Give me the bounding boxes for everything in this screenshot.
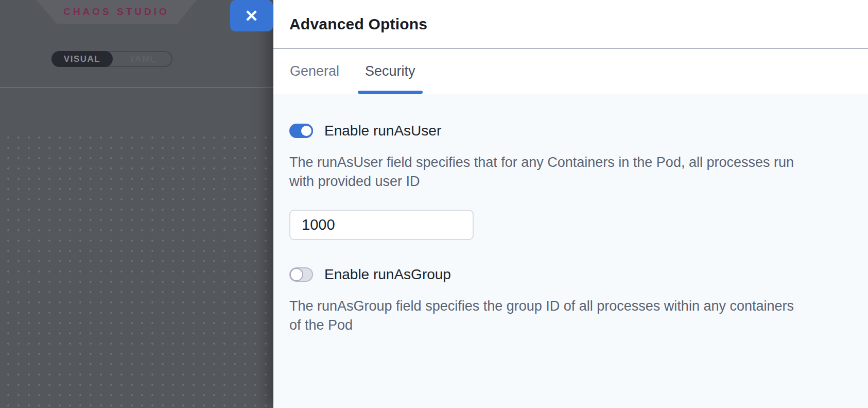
run-as-user-description: The runAsUser field specifies that for a… (289, 153, 807, 191)
run-as-user-input[interactable] (289, 210, 474, 240)
view-mode-toggle: YAML VISUAL (51, 51, 172, 67)
advanced-options-drawer: Advanced Options General Security Enable… (273, 0, 868, 408)
toggle-knob (300, 124, 313, 138)
run-as-group-description: The runAsGroup field specifies the group… (289, 297, 807, 335)
brand-banner: CHAOS STUDIO (36, 0, 197, 24)
run-as-group-toggle[interactable] (289, 267, 313, 282)
toggle-knob (290, 268, 303, 281)
drawer-tabbar: General Security (273, 49, 868, 94)
close-drawer-button[interactable]: ✕ (230, 0, 273, 31)
tab-security[interactable]: Security (365, 49, 415, 94)
yaml-tab[interactable]: YAML (113, 51, 172, 67)
run-as-user-toggle[interactable] (289, 124, 313, 138)
run-as-user-label: Enable runAsUser (324, 123, 441, 139)
drawer-header: Advanced Options (273, 0, 868, 49)
drawer-title: Advanced Options (289, 15, 427, 33)
close-icon: ✕ (245, 6, 258, 26)
run-as-group-row: Enable runAsGroup (289, 267, 847, 282)
brand-title: CHAOS STUDIO (63, 6, 169, 18)
canvas-dot-grid (0, 129, 273, 408)
canvas-backdrop: CHAOS STUDIO YAML VISUAL (0, 0, 273, 408)
visual-tab[interactable]: VISUAL (51, 51, 113, 67)
run-as-user-row: Enable runAsUser (289, 123, 847, 139)
run-as-group-label: Enable runAsGroup (324, 266, 451, 283)
tab-general[interactable]: General (290, 49, 339, 94)
security-tab-panel: Enable runAsUser The runAsUser field spe… (273, 94, 868, 408)
